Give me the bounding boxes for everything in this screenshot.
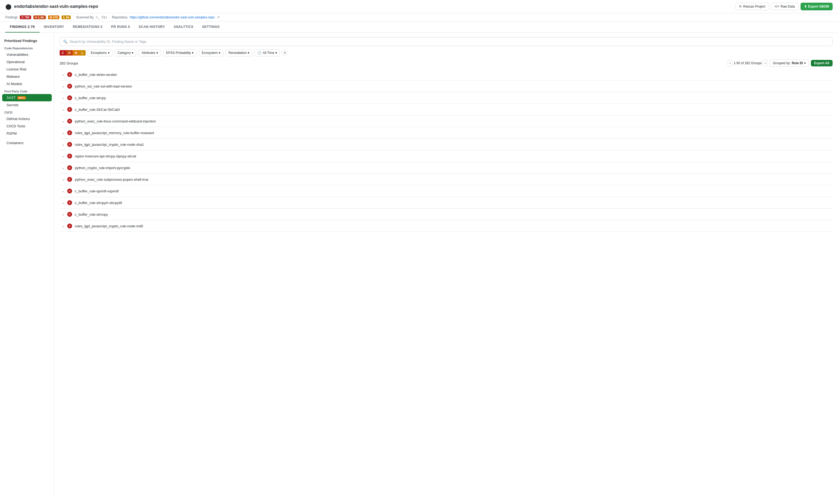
sidebar-item-github-actions[interactable]: GitHub Actions [0, 115, 54, 123]
tab-remediations[interactable]: REMEDIATIONS 0 [69, 22, 107, 33]
header-left: ⬤ endorlabs/endor-sast-vuln-samples-repo [5, 3, 98, 10]
sidebar-item-vulnerabilities[interactable]: Vulnerabilities [0, 51, 54, 58]
repo-title: endorlabs/endor-sast-vuln-samples-repo [14, 4, 98, 9]
expand-chevron-icon: ⌄ [62, 154, 65, 158]
finding-row[interactable]: ⌄ C c_buffer_rule-strcpyA-strcpyW [60, 197, 833, 209]
finding-row[interactable]: ⌄ C rules_lgpl_javascript_memory_rule-bu… [60, 127, 833, 139]
sidebar-item-containers[interactable]: Containers [0, 139, 54, 147]
export-sbom-button[interactable]: ⬇ Export SBOM [801, 3, 833, 10]
epss-probability-filter-btn[interactable]: EPSS Probability ▾ [163, 49, 196, 56]
severity-filter-group: C H M L [60, 50, 86, 56]
main-layout: Prioritized Findings Code Dependencies V… [0, 33, 838, 499]
finding-row[interactable]: ⌄ C raptor-insecure-api-strcpy-stpcpy-st… [60, 150, 833, 162]
low-badge: L 94 [61, 15, 71, 19]
expand-chevron-icon: ⌄ [62, 178, 65, 181]
sidebar: Prioritized Findings Code Dependencies V… [0, 33, 54, 499]
finding-row[interactable]: ⌄ C c_buffer_rule-strncpy [60, 209, 833, 220]
sidebar-item-sast[interactable]: SAST BETA [2, 94, 52, 101]
sidebar-item-operational[interactable]: Operational [0, 58, 54, 66]
search-bar: 🔍 [60, 37, 833, 46]
chevron-down-icon: ▾ [275, 51, 277, 55]
grouped-by-selector[interactable]: Grouped by: Rule ID ▾ [770, 60, 808, 67]
severity-indicator: C [67, 165, 72, 170]
critical-badge: C 789 [20, 15, 31, 19]
scanned-by-label: Scanned By [76, 15, 94, 19]
severity-high-btn[interactable]: H [66, 50, 73, 56]
prev-page-btn[interactable]: ‹ [728, 60, 733, 66]
repo-link[interactable]: https://github.com/endorlabs/endor-sast-… [130, 15, 215, 19]
remediation-filter-btn[interactable]: Remediation ▾ [226, 49, 252, 56]
finding-name: c_buffer_rule-strncpy [75, 213, 108, 216]
cli-icon: >_ [96, 15, 100, 19]
finding-name: python_ssl_rule-ssl-with-bad-version [75, 84, 132, 88]
tab-inventory[interactable]: INVENTORY [39, 22, 69, 33]
severity-indicator: C [67, 95, 72, 100]
sidebar-item-rspm[interactable]: RSPM [0, 130, 54, 137]
category-filter-btn[interactable]: Category ▾ [114, 49, 137, 56]
severity-medium-btn[interactable]: M [73, 50, 79, 56]
expand-chevron-icon: ⌄ [62, 224, 65, 228]
expand-chevron-icon: ⌄ [62, 131, 65, 135]
severity-indicator: C [67, 72, 72, 77]
sidebar-item-malware[interactable]: Malware [0, 73, 54, 80]
expand-chevron-icon: ⌄ [62, 73, 65, 76]
severity-low-btn[interactable]: L [79, 50, 86, 56]
tab-scan-history[interactable]: SCAN HISTORY [135, 22, 170, 33]
chevron-down-icon: ▾ [248, 51, 249, 55]
severity-indicator: C [67, 84, 72, 89]
finding-row[interactable]: ⌄ C c_buffer_rule-StrCat-StrCatA [60, 104, 833, 115]
raw-data-button[interactable]: </> Raw Data [771, 3, 799, 10]
finding-name: rules_lgpl_javascript_memory_rule-buffer… [75, 131, 154, 135]
sidebar-item-secrets[interactable]: Secrets [0, 101, 54, 109]
finding-row[interactable]: ⌄ C rules_lgpl_javascript_crypto_rule-no… [60, 220, 833, 232]
content-area: 🔍 C H M L Exceptions ▾ Category ▾ Attrib… [54, 33, 838, 499]
rescan-icon: ↻ [739, 5, 742, 8]
finding-name: c_buffer_rule-sprintf-vsprintf [75, 189, 119, 193]
expand-chevron-icon: ⌄ [62, 213, 65, 216]
sidebar-item-cicd-tools[interactable]: CI/CD Tools [0, 123, 54, 130]
severity-indicator: C [67, 223, 72, 229]
finding-row[interactable]: ⌄ C rules_lgpl_javascript_crypto_rule-no… [60, 139, 833, 150]
all-time-filter-btn[interactable]: 🕐 All Time ▾ [254, 49, 280, 56]
tab-findings[interactable]: FINDINGS 2.7K [5, 22, 39, 33]
rescan-button[interactable]: ↻ Rescan Project [735, 3, 769, 10]
finding-row[interactable]: ⌄ C c_buffer_rule-strcpy [60, 92, 833, 104]
finding-name: rules_lgpl_javascript_crypto_rule-node-m… [75, 224, 143, 228]
expand-chevron-icon: ⌄ [62, 201, 65, 204]
ecosystem-filter-btn[interactable]: Ecosystem ▾ [199, 49, 223, 56]
sidebar-item-prioritized-findings[interactable]: Prioritized Findings [0, 37, 54, 44]
finding-row[interactable]: ⌄ C c_buffer_rule-strlen-wcslen [60, 69, 833, 80]
next-page-btn[interactable]: › [763, 60, 768, 66]
exceptions-filter-btn[interactable]: Exceptions ▾ [88, 49, 112, 56]
finding-row[interactable]: ⌄ C python_exec_rule-linux-command-wildc… [60, 115, 833, 127]
chevron-down-icon: ▾ [132, 51, 133, 55]
tab-analytics[interactable]: ANALYTICS [170, 22, 198, 33]
expand-chevron-icon: ⌄ [62, 108, 65, 111]
finding-row[interactable]: ⌄ C python_exec_rule-subprocess-popen-sh… [60, 174, 833, 185]
sidebar-item-license-risk[interactable]: License Risk [0, 66, 54, 73]
finding-name: c_buffer_rule-StrCat-StrCatA [75, 108, 120, 112]
results-count: 282 Groups [60, 61, 78, 65]
finding-name: python_exec_rule-linux-command-wildcard-… [75, 119, 156, 123]
tab-pr-runs[interactable]: PR RUNS 0 [107, 22, 134, 33]
attributes-filter-btn[interactable]: Attributes ▾ [139, 49, 161, 56]
search-input[interactable] [70, 39, 829, 43]
export-all-button[interactable]: Export All [811, 60, 833, 66]
pagination: ‹ 1-50 of 282 Groups › [728, 60, 768, 66]
severity-indicator: C [67, 119, 72, 124]
finding-row[interactable]: ⌄ C python_ssl_rule-ssl-with-bad-version [60, 80, 833, 92]
clear-filters-btn[interactable]: ✕ [282, 50, 288, 56]
medium-badge: M 378 [48, 15, 60, 19]
sidebar-item-ai-models[interactable]: AI Models [0, 80, 54, 88]
severity-critical-btn[interactable]: C [60, 50, 66, 56]
sub-header: Findings C 789 H 1.4K M 378 L 94 · Scann… [0, 13, 838, 22]
close-icon: ✕ [284, 51, 286, 55]
expand-chevron-icon: ⌄ [62, 166, 65, 169]
download-icon: ⬇ [804, 5, 807, 8]
tab-settings[interactable]: SETTINGS [198, 22, 224, 33]
finding-row[interactable]: ⌄ C python_crypto_rule-import-pycrypto [60, 162, 833, 174]
expand-chevron-icon: ⌄ [62, 96, 65, 100]
severity-indicator: C [67, 200, 72, 205]
search-icon: 🔍 [63, 39, 68, 43]
finding-row[interactable]: ⌄ C c_buffer_rule-sprintf-vsprintf [60, 185, 833, 197]
